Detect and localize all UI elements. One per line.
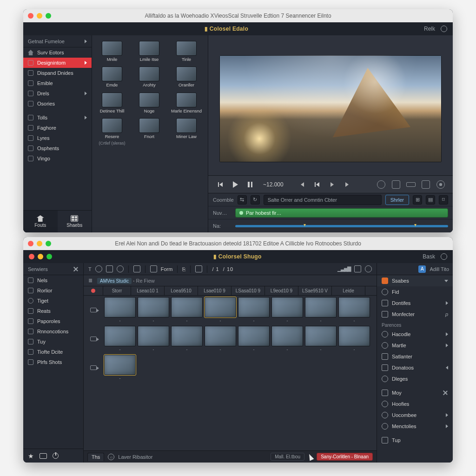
- step-back-button[interactable]: [312, 180, 322, 189]
- close-icon[interactable]: [443, 390, 448, 396]
- zoom-icon[interactable]: [46, 241, 51, 246]
- loop-icon[interactable]: [377, 180, 386, 189]
- video-preview[interactable]: [219, 55, 442, 162]
- minimize-icon[interactable]: [38, 254, 43, 259]
- inspector-row[interactable]: Donatoos: [377, 362, 453, 373]
- asset-item[interactable]: Fnort: [131, 116, 167, 147]
- tool-record-icon[interactable]: [117, 265, 124, 272]
- asset-item[interactable]: Detinee Thill: [94, 91, 130, 115]
- wide-icon[interactable]: [406, 180, 416, 189]
- clip-thumbnail[interactable]: -: [137, 326, 170, 352]
- inspector-row[interactable]: Uocombee: [377, 410, 453, 421]
- sidebar-item[interactable]: Paporoles: [23, 316, 83, 326]
- clip-thumbnail[interactable]: -: [271, 297, 304, 323]
- inspector-row[interactable]: Moy: [377, 387, 453, 398]
- titlebar[interactable]: Erel Alei Non andi Do tlead le Bractouas…: [23, 237, 453, 250]
- tool-copy-icon[interactable]: [150, 265, 157, 272]
- sidebar-item[interactable]: Osories: [23, 99, 92, 109]
- next-button[interactable]: [342, 180, 351, 189]
- asset-item[interactable]: Lmile Itse: [131, 39, 167, 64]
- inspector-row[interactable]: Menctolies: [377, 421, 453, 432]
- settings-icon[interactable]: [441, 253, 447, 260]
- inspector-row[interactable]: Martle: [377, 340, 453, 351]
- inspector-row[interactable]: Fid: [377, 286, 453, 298]
- minimize-icon[interactable]: [37, 13, 42, 19]
- monitor-icon[interactable]: [40, 453, 47, 459]
- tool-cut-icon[interactable]: [106, 265, 113, 272]
- sidebar-item[interactable]: Lyres: [23, 133, 92, 143]
- tool-add-icon[interactable]: [95, 265, 102, 272]
- clip-thumbnail[interactable]: -: [171, 297, 203, 323]
- fit-icon[interactable]: [421, 180, 430, 189]
- sidebar-item[interactable]: Tolls: [23, 112, 92, 123]
- settings-icon[interactable]: [441, 26, 447, 32]
- sidebar-item[interactable]: Vingo: [23, 153, 92, 164]
- sidebar-item[interactable]: Reats: [23, 306, 83, 316]
- inspector-row[interactable]: Satlanter: [377, 351, 453, 362]
- clip-thumbnail[interactable]: -: [204, 297, 237, 323]
- asset-item[interactable]: Tinle: [168, 39, 205, 64]
- close-icon[interactable]: [28, 241, 33, 246]
- power-icon[interactable]: [53, 453, 59, 459]
- sidebar-item[interactable]: Dispand Dnides: [23, 68, 92, 78]
- form-label[interactable]: Form: [161, 266, 173, 272]
- sidebar-item[interactable]: Rorlior: [23, 285, 83, 296]
- clip-thumbnail[interactable]: -: [204, 326, 237, 352]
- pause-button[interactable]: [245, 180, 255, 189]
- tool-flag-icon[interactable]: [195, 265, 202, 272]
- status-chip[interactable]: Mall. El.tbou: [271, 453, 304, 461]
- tool-export-icon[interactable]: [354, 265, 361, 272]
- asset-item[interactable]: Mnile: [94, 39, 130, 64]
- timeline-track[interactable]: ▾ ▾: [235, 225, 448, 227]
- clip-thumbnail[interactable]: -: [304, 326, 337, 352]
- sidebar-item[interactable]: Designintom: [23, 58, 92, 68]
- sidebar-item[interactable]: Rnnoncotions: [23, 326, 83, 337]
- clip-thumbnail[interactable]: -: [238, 326, 270, 352]
- sidebar-item[interactable]: Tiget: [23, 296, 83, 306]
- inspector-row[interactable]: Tup: [377, 435, 453, 446]
- breadcrumb-path[interactable]: AMVes Studic · Re Fiew: [97, 278, 155, 284]
- asset-item[interactable]: Resere(Crtlef (sleras): [94, 116, 130, 147]
- util-2-button[interactable]: ▤: [426, 195, 435, 205]
- util-3-button[interactable]: ⌑: [439, 195, 448, 205]
- marker-icon[interactable]: ▾: [304, 222, 306, 227]
- titlebar[interactable]: Alliftaldo as la Woehoadio XVieosScal St…: [23, 9, 453, 22]
- util-1-button[interactable]: ⊞: [413, 195, 422, 205]
- share-button[interactable]: Shrler: [385, 195, 409, 205]
- sidebar-header[interactable]: Getnat Fumeloe: [23, 35, 92, 47]
- clip-thumbnail[interactable]: -: [137, 297, 170, 323]
- asset-item[interactable]: Oranller: [168, 65, 205, 89]
- fx-icon[interactable]: [436, 180, 445, 189]
- clip-thumbnail[interactable]: -: [171, 326, 203, 352]
- zoom-icon[interactable]: [46, 13, 51, 19]
- sidebar-item[interactable]: Drels: [23, 88, 92, 99]
- sidebar-item[interactable]: Osphents: [23, 143, 92, 153]
- play-button[interactable]: [231, 180, 240, 189]
- status-tab[interactable]: Ths: [87, 453, 104, 461]
- sidebar-item[interactable]: Tuy: [23, 337, 83, 347]
- asset-item[interactable]: Noge: [131, 91, 167, 115]
- close-icon[interactable]: [28, 13, 33, 19]
- search-icon[interactable]: ⌕: [108, 454, 114, 460]
- close-panel-icon[interactable]: [73, 266, 79, 272]
- safe-area-icon[interactable]: [391, 180, 401, 189]
- toggle-b-button[interactable]: ↻: [251, 195, 260, 205]
- sidebar-header[interactable]: Serwiers: [23, 263, 83, 275]
- marker-icon[interactable]: ▾: [414, 222, 416, 227]
- inspector-row[interactable]: Monfecterp: [377, 309, 453, 320]
- clip-thumbnail[interactable]: -: [304, 297, 337, 323]
- asset-item[interactable]: Arohty: [131, 65, 167, 89]
- appbar-right-label[interactable]: Bask: [423, 253, 435, 260]
- inspector-row[interactable]: Dontifes: [377, 298, 453, 309]
- tool-undo-icon[interactable]: [133, 265, 140, 272]
- asset-item[interactable]: Marle Einensnd: [168, 91, 205, 115]
- clip-thumbnail[interactable]: -: [338, 326, 370, 352]
- status-search-label[interactable]: Laver Ribasitor: [118, 454, 152, 460]
- inspector-row[interactable]: Hoofies: [377, 398, 453, 410]
- clip-thumbnail[interactable]: -: [338, 297, 370, 323]
- appbar-right-label[interactable]: Relk: [424, 26, 435, 32]
- clip-thumbnail[interactable]: -: [104, 355, 136, 381]
- timeline-clip[interactable]: Par hobest fir…: [235, 208, 448, 218]
- asset-item[interactable]: Emde: [94, 65, 130, 89]
- sidebar-item[interactable]: Tiofte Dcite: [23, 347, 83, 357]
